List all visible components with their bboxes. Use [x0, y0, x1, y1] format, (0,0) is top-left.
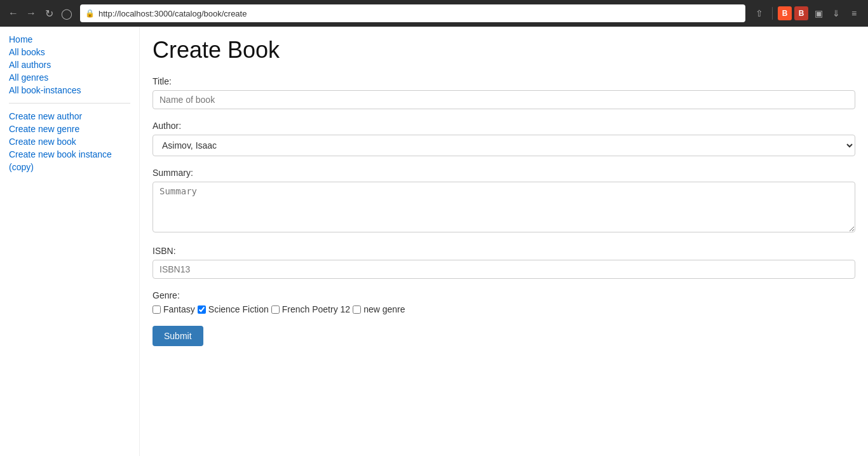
- title-group: Title:: [153, 76, 855, 109]
- genre-item-fantasy: Fantasy: [153, 304, 195, 314]
- reload-button[interactable]: ↻: [42, 6, 56, 20]
- page-title: Create Book: [153, 37, 855, 64]
- isbn-label: ISBN:: [153, 246, 855, 256]
- sidebar-item-create-new-genre[interactable]: Create new genre: [9, 124, 130, 134]
- summary-group: Summary:: [153, 168, 855, 234]
- author-select[interactable]: Asimov, Isaac Adams, Douglas Tolkien, J.…: [153, 135, 855, 156]
- genre-item-science-fiction: Science Fiction: [198, 304, 269, 314]
- menu-button[interactable]: ≡: [846, 6, 862, 21]
- browser-actions: ⇧ B B ▣ ⇓ ≡: [752, 6, 862, 21]
- url-text: http://localhost:3000/catalog/book/creat…: [98, 9, 247, 18]
- author-label: Author:: [153, 121, 855, 131]
- sidebar-item-home[interactable]: Home: [9, 34, 130, 44]
- forward-button[interactable]: →: [24, 6, 38, 20]
- summary-label: Summary:: [153, 168, 855, 178]
- genre-checkboxes: Fantasy Science Fiction French Poetry 12…: [153, 304, 855, 314]
- title-label: Title:: [153, 76, 855, 86]
- sidebar-item-create-new-book-instance[interactable]: Create new book instance: [9, 149, 130, 159]
- sidebar-item-all-authors[interactable]: All authors: [9, 60, 130, 70]
- brave-shield-icon[interactable]: B: [778, 6, 792, 20]
- bookmark-button[interactable]: ◯: [60, 6, 74, 20]
- title-input[interactable]: [153, 90, 855, 109]
- genre-group: Genre: Fantasy Science Fiction French Po…: [153, 290, 855, 314]
- sidebar-item-create-new-author[interactable]: Create new author: [9, 111, 130, 121]
- submit-button[interactable]: Submit: [153, 326, 203, 346]
- genre-item-french-poetry: French Poetry 12: [271, 304, 350, 314]
- create-book-form: Title: Author: Asimov, Isaac Adams, Doug…: [153, 76, 855, 346]
- download-button[interactable]: ⇓: [829, 6, 844, 21]
- sidebar-item-all-books[interactable]: All books: [9, 47, 130, 57]
- isbn-input[interactable]: [153, 260, 855, 279]
- summary-textarea[interactable]: [153, 182, 855, 232]
- extensions-button[interactable]: ▣: [811, 6, 826, 21]
- sidebar-item-copy[interactable]: (copy): [9, 162, 130, 172]
- genre-checkbox-fantasy[interactable]: [153, 305, 161, 314]
- genre-checkbox-french-poetry[interactable]: [271, 305, 280, 314]
- genre-checkbox-science-fiction[interactable]: [198, 305, 206, 314]
- genre-checkbox-new-genre[interactable]: [353, 305, 361, 314]
- isbn-group: ISBN:: [153, 246, 855, 279]
- share-button[interactable]: ⇧: [752, 6, 767, 21]
- author-group: Author: Asimov, Isaac Adams, Douglas Tol…: [153, 121, 855, 156]
- address-bar[interactable]: 🔒 http://localhost:3000/catalog/book/cre…: [80, 4, 745, 22]
- main-content: Create Book Title: Author: Asimov, Isaac…: [140, 27, 868, 456]
- genre-label-science-fiction: Science Fiction: [208, 304, 269, 314]
- separator: [772, 7, 773, 20]
- sidebar-item-create-new-book[interactable]: Create new book: [9, 137, 130, 147]
- sidebar: Home All books All authors All genres Al…: [0, 27, 140, 456]
- genre-item-new-genre: new genre: [353, 304, 405, 314]
- page-wrapper: Home All books All authors All genres Al…: [0, 27, 868, 456]
- genre-label-fantasy: Fantasy: [163, 304, 195, 314]
- genre-label-new-genre: new genre: [363, 304, 405, 314]
- sidebar-item-all-genres[interactable]: All genres: [9, 72, 130, 83]
- back-button[interactable]: ←: [6, 6, 20, 20]
- sidebar-item-all-book-instances[interactable]: All book-instances: [9, 85, 130, 95]
- brave-shield-2-icon[interactable]: B: [794, 6, 808, 20]
- browser-chrome: ← → ↻ ◯ 🔒 http://localhost:3000/catalog/…: [0, 0, 868, 27]
- lock-icon: 🔒: [85, 9, 95, 18]
- genre-label: Genre:: [153, 290, 855, 300]
- sidebar-divider: [9, 103, 130, 104]
- genre-label-french-poetry: French Poetry 12: [282, 304, 350, 314]
